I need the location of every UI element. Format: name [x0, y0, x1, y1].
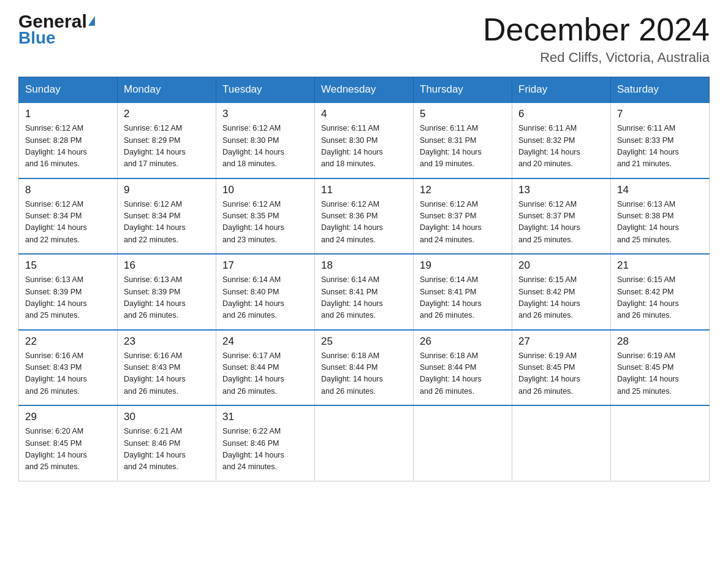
week-row-2: 8Sunrise: 6:12 AMSunset: 8:34 PMDaylight… — [19, 178, 710, 255]
calendar-cell: 6Sunrise: 6:11 AMSunset: 8:32 PMDaylight… — [512, 102, 611, 178]
day-number: 31 — [222, 411, 308, 423]
day-number: 25 — [321, 335, 407, 348]
day-number: 27 — [518, 335, 604, 348]
day-info: Sunrise: 6:13 AMSunset: 8:38 PMDaylight:… — [617, 199, 703, 247]
location-title: Red Cliffs, Victoria, Australia — [483, 50, 710, 66]
day-info: Sunrise: 6:12 AMSunset: 8:28 PMDaylight:… — [25, 123, 111, 170]
day-info: Sunrise: 6:18 AMSunset: 8:44 PMDaylight:… — [420, 350, 506, 398]
calendar-cell: 12Sunrise: 6:12 AMSunset: 8:37 PMDayligh… — [414, 178, 512, 255]
day-number: 12 — [420, 184, 506, 196]
header-tuesday: Tuesday — [216, 77, 315, 103]
calendar-cell: 21Sunrise: 6:15 AMSunset: 8:42 PMDayligh… — [611, 254, 710, 330]
day-info: Sunrise: 6:12 AMSunset: 8:36 PMDaylight:… — [321, 199, 407, 247]
calendar-cell: 30Sunrise: 6:21 AMSunset: 8:46 PMDayligh… — [118, 405, 216, 481]
day-number: 1 — [25, 108, 111, 120]
calendar-cell: 15Sunrise: 6:13 AMSunset: 8:39 PMDayligh… — [19, 254, 118, 330]
day-info: Sunrise: 6:15 AMSunset: 8:42 PMDaylight:… — [518, 274, 604, 322]
day-info: Sunrise: 6:20 AMSunset: 8:45 PMDaylight:… — [25, 426, 111, 473]
day-info: Sunrise: 6:14 AMSunset: 8:41 PMDaylight:… — [321, 274, 407, 322]
day-number: 14 — [617, 184, 703, 196]
calendar-cell: 11Sunrise: 6:12 AMSunset: 8:36 PMDayligh… — [315, 178, 414, 255]
day-number: 30 — [124, 411, 210, 423]
day-info: Sunrise: 6:11 AMSunset: 8:31 PMDaylight:… — [420, 123, 506, 170]
day-info: Sunrise: 6:12 AMSunset: 8:29 PMDaylight:… — [124, 123, 210, 170]
day-number: 21 — [617, 259, 703, 272]
day-info: Sunrise: 6:12 AMSunset: 8:34 PMDaylight:… — [124, 199, 210, 247]
calendar-header-row: SundayMondayTuesdayWednesdayThursdayFrid… — [19, 77, 710, 103]
header-wednesday: Wednesday — [315, 77, 414, 103]
day-number: 5 — [420, 108, 506, 120]
calendar-cell: 5Sunrise: 6:11 AMSunset: 8:31 PMDaylight… — [414, 102, 512, 178]
day-number: 2 — [124, 108, 210, 120]
calendar-cell: 9Sunrise: 6:12 AMSunset: 8:34 PMDaylight… — [118, 178, 216, 255]
logo: General Blue — [18, 12, 95, 47]
day-info: Sunrise: 6:22 AMSunset: 8:46 PMDaylight:… — [222, 426, 308, 473]
page-header: General Blue December 2024 Red Cliffs, V… — [18, 12, 710, 66]
calendar-cell: 16Sunrise: 6:13 AMSunset: 8:39 PMDayligh… — [118, 254, 216, 330]
day-info: Sunrise: 6:12 AMSunset: 8:37 PMDaylight:… — [420, 199, 506, 247]
calendar-cell: 27Sunrise: 6:19 AMSunset: 8:45 PMDayligh… — [512, 330, 611, 406]
week-row-1: 1Sunrise: 6:12 AMSunset: 8:28 PMDaylight… — [19, 102, 710, 178]
calendar-cell: 28Sunrise: 6:19 AMSunset: 8:45 PMDayligh… — [611, 330, 710, 406]
day-number: 8 — [25, 184, 111, 196]
day-number: 24 — [222, 335, 308, 348]
header-sunday: Sunday — [19, 77, 118, 103]
day-number: 10 — [222, 184, 308, 196]
day-info: Sunrise: 6:15 AMSunset: 8:42 PMDaylight:… — [617, 274, 703, 322]
calendar-cell: 2Sunrise: 6:12 AMSunset: 8:29 PMDaylight… — [118, 102, 216, 178]
day-info: Sunrise: 6:12 AMSunset: 8:37 PMDaylight:… — [518, 199, 604, 247]
calendar-table: SundayMondayTuesdayWednesdayThursdayFrid… — [18, 77, 710, 481]
calendar-cell: 7Sunrise: 6:11 AMSunset: 8:33 PMDaylight… — [611, 102, 710, 178]
day-number: 26 — [420, 335, 506, 348]
day-number: 23 — [124, 335, 210, 348]
week-row-5: 29Sunrise: 6:20 AMSunset: 8:45 PMDayligh… — [19, 405, 710, 481]
calendar-cell: 29Sunrise: 6:20 AMSunset: 8:45 PMDayligh… — [19, 405, 118, 481]
day-number: 29 — [25, 411, 111, 423]
day-info: Sunrise: 6:19 AMSunset: 8:45 PMDaylight:… — [518, 350, 604, 398]
day-number: 18 — [321, 259, 407, 272]
day-info: Sunrise: 6:12 AMSunset: 8:30 PMDaylight:… — [222, 123, 308, 170]
day-info: Sunrise: 6:16 AMSunset: 8:43 PMDaylight:… — [124, 350, 210, 398]
day-info: Sunrise: 6:11 AMSunset: 8:30 PMDaylight:… — [321, 123, 407, 170]
calendar-cell: 31Sunrise: 6:22 AMSunset: 8:46 PMDayligh… — [216, 405, 315, 481]
day-number: 19 — [420, 259, 506, 272]
calendar-cell: 18Sunrise: 6:14 AMSunset: 8:41 PMDayligh… — [315, 254, 414, 330]
day-number: 13 — [518, 184, 604, 196]
calendar-cell: 25Sunrise: 6:18 AMSunset: 8:44 PMDayligh… — [315, 330, 414, 406]
logo-blue-text: Blue — [18, 29, 95, 47]
day-info: Sunrise: 6:12 AMSunset: 8:34 PMDaylight:… — [25, 199, 111, 247]
calendar-cell — [611, 405, 710, 481]
header-saturday: Saturday — [611, 77, 710, 103]
day-number: 17 — [222, 259, 308, 272]
day-info: Sunrise: 6:13 AMSunset: 8:39 PMDaylight:… — [25, 274, 111, 322]
header-thursday: Thursday — [414, 77, 512, 103]
calendar-cell — [414, 405, 512, 481]
day-number: 3 — [222, 108, 308, 120]
day-number: 7 — [617, 108, 703, 120]
calendar-cell: 14Sunrise: 6:13 AMSunset: 8:38 PMDayligh… — [611, 178, 710, 255]
day-info: Sunrise: 6:18 AMSunset: 8:44 PMDaylight:… — [321, 350, 407, 398]
calendar-cell — [315, 405, 414, 481]
month-title: December 2024 — [483, 12, 710, 47]
day-info: Sunrise: 6:14 AMSunset: 8:40 PMDaylight:… — [222, 274, 308, 322]
week-row-4: 22Sunrise: 6:16 AMSunset: 8:43 PMDayligh… — [19, 330, 710, 406]
calendar-cell: 19Sunrise: 6:14 AMSunset: 8:41 PMDayligh… — [414, 254, 512, 330]
calendar-cell: 22Sunrise: 6:16 AMSunset: 8:43 PMDayligh… — [19, 330, 118, 406]
calendar-cell: 8Sunrise: 6:12 AMSunset: 8:34 PMDaylight… — [19, 178, 118, 255]
day-info: Sunrise: 6:19 AMSunset: 8:45 PMDaylight:… — [617, 350, 703, 398]
week-row-3: 15Sunrise: 6:13 AMSunset: 8:39 PMDayligh… — [19, 254, 710, 330]
day-info: Sunrise: 6:17 AMSunset: 8:44 PMDaylight:… — [222, 350, 308, 398]
day-info: Sunrise: 6:12 AMSunset: 8:35 PMDaylight:… — [222, 199, 308, 247]
day-info: Sunrise: 6:11 AMSunset: 8:33 PMDaylight:… — [617, 123, 703, 170]
header-monday: Monday — [118, 77, 216, 103]
day-number: 28 — [617, 335, 703, 348]
calendar-cell: 3Sunrise: 6:12 AMSunset: 8:30 PMDaylight… — [216, 102, 315, 178]
day-info: Sunrise: 6:13 AMSunset: 8:39 PMDaylight:… — [124, 274, 210, 322]
day-info: Sunrise: 6:14 AMSunset: 8:41 PMDaylight:… — [420, 274, 506, 322]
calendar-title-area: December 2024 Red Cliffs, Victoria, Aust… — [483, 12, 710, 66]
calendar-cell: 24Sunrise: 6:17 AMSunset: 8:44 PMDayligh… — [216, 330, 315, 406]
calendar-cell — [512, 405, 611, 481]
day-info: Sunrise: 6:11 AMSunset: 8:32 PMDaylight:… — [518, 123, 604, 170]
day-info: Sunrise: 6:21 AMSunset: 8:46 PMDaylight:… — [124, 426, 210, 473]
calendar-cell: 23Sunrise: 6:16 AMSunset: 8:43 PMDayligh… — [118, 330, 216, 406]
